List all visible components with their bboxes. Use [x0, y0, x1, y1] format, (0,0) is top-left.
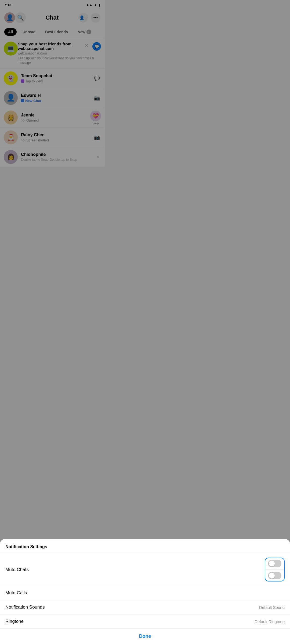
overlay[interactable]: [0, 0, 105, 241]
